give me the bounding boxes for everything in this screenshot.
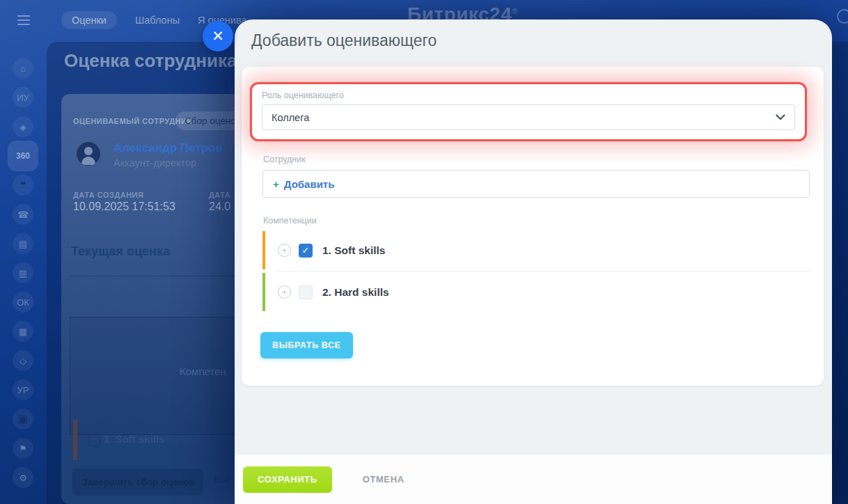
created-date-label: ДАТА СОЗДАНИЯ (73, 191, 143, 199)
sidebar-document-icon[interactable]: ▣ (13, 409, 33, 430)
sidebar-home-icon[interactable]: ⌂ (13, 58, 33, 79)
competencies-column-header: Компетен (180, 365, 226, 377)
role-field-highlighted: Роль оценивающего Коллега (250, 82, 807, 141)
role-select[interactable]: Коллега (262, 104, 795, 130)
competency-row: +✓1. Soft skills (262, 230, 810, 271)
competencies-label: Компетенции (263, 216, 317, 226)
employee-name-link[interactable]: Александр Петров (113, 141, 223, 155)
save-button[interactable]: СОХРАНИТЬ (243, 466, 332, 493)
avatar (77, 142, 100, 166)
help-icon[interactable] (837, 9, 848, 24)
competency-color-bar (262, 231, 265, 269)
role-field-label: Роль оценивающего (262, 90, 795, 100)
page-title: Оценка сотрудника А (64, 50, 256, 72)
add-employee-button[interactable]: + Добавить (262, 170, 810, 198)
sidebar-chat-icon[interactable]: ❝ (13, 175, 33, 196)
sidebar-education-icon[interactable]: ◈ (13, 116, 33, 137)
competency-color-bar (262, 273, 265, 311)
add-employee-label: Добавить (284, 178, 335, 190)
date2-value: 24.0 (209, 200, 230, 213)
close-icon[interactable]: ✕ (203, 21, 233, 52)
sidebar-planner-icon[interactable]: ▦ (13, 321, 33, 342)
role-select-value: Коллега (272, 112, 776, 123)
bg-soft-skills-row: 1. Soft skills (104, 433, 165, 445)
soft-skills-bar (73, 420, 77, 460)
hamburger-menu-icon[interactable] (17, 15, 30, 25)
modal-title: Добавить оценивающего (251, 31, 437, 50)
sidebar-support-icon[interactable]: ☎ (13, 204, 33, 225)
expand-plus-icon[interactable]: + (278, 285, 291, 299)
created-date-value: 10.09.2025 17:51:53 (73, 200, 175, 213)
expand-plus-icon[interactable]: + (278, 244, 291, 257)
finish-collection-button[interactable]: Завершить сбор оценок (72, 468, 203, 496)
modal-footer: СОХРАНИТЬ ОТМЕНА (235, 454, 832, 504)
sidebar-assessment-360-icon[interactable]: 360 (8, 141, 38, 171)
current-evaluation-title: Текущая оценка (71, 244, 170, 259)
competency-row: +2. Hard skills (262, 271, 810, 313)
sidebar-settings-gear-icon[interactable]: ⚙ (13, 467, 33, 488)
sidebar-book-icon[interactable]: ▤ (13, 233, 33, 254)
competency-checkbox[interactable]: ✓ (299, 244, 313, 258)
form-card: Роль оценивающего Коллега Сотрудник + До… (242, 67, 824, 386)
tab-1[interactable]: Оценки (61, 11, 117, 29)
competency-name: 2. Hard skills (322, 286, 389, 299)
sidebar-hexagon-icon[interactable]: ◇ (13, 350, 33, 371)
employee-position: Аккаунт-директор (113, 157, 196, 168)
tab-2[interactable]: Шаблоны (135, 15, 180, 26)
sidebar-ur-icon[interactable]: УР (13, 379, 33, 400)
select-all-button[interactable]: ВЫБРАТЬ ВСЕ (260, 332, 353, 359)
secondary-button-partial[interactable]: Вы (214, 474, 229, 485)
employee-field-label: Сотрудник (263, 155, 306, 164)
add-evaluator-modal: Добавить оценивающего Роль оценивающего … (235, 19, 832, 504)
sidebar-library-icon[interactable]: ▥ (13, 262, 33, 283)
competencies-list: +✓1. Soft skills+2. Hard skills (262, 230, 810, 313)
cancel-button[interactable]: ОТМЕНА (363, 474, 405, 485)
sidebar-iu-icon[interactable]: ИУ (13, 87, 33, 108)
plus-icon: + (273, 178, 279, 190)
chevron-down-icon (776, 114, 785, 120)
date2-label: ДАТА (209, 191, 230, 199)
competency-name: 1. Soft skills (322, 244, 385, 257)
competency-checkbox[interactable] (299, 285, 313, 299)
sidebar-map-icon[interactable]: ⚑ (13, 438, 33, 459)
collapse-icon[interactable]: − (88, 434, 101, 447)
sidebar-ok-icon[interactable]: ОК (13, 292, 33, 313)
